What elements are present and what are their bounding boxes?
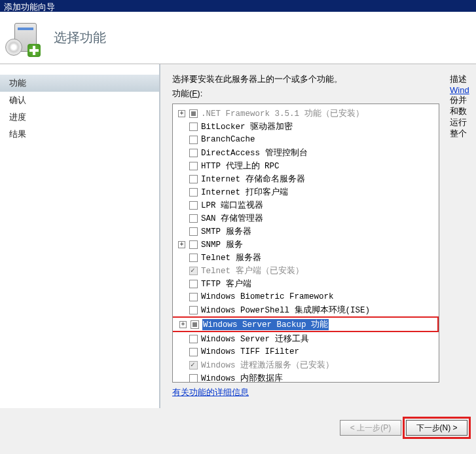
expand-icon[interactable]: + bbox=[178, 110, 185, 117]
wizard-footer: < 上一步(P) 下一步(N) > bbox=[0, 408, 476, 447]
feature-row[interactable]: Internet 打印客户端 bbox=[173, 185, 439, 199]
feature-checkbox[interactable] bbox=[189, 162, 198, 170]
expand-spacer bbox=[178, 202, 185, 209]
feature-label: Telnet 客户端 bbox=[201, 265, 261, 276]
expand-spacer bbox=[178, 149, 185, 157]
feature-row[interactable]: SMTP 服务器 bbox=[173, 225, 439, 238]
expand-spacer bbox=[178, 267, 185, 274]
feature-checkbox[interactable] bbox=[189, 335, 198, 343]
instruction-text: 选择要安装在此服务器上的一个或多个功能。 bbox=[172, 73, 476, 85]
feature-label: LPR 端口监视器 bbox=[201, 200, 263, 211]
feature-status: （已安装） bbox=[261, 265, 304, 276]
feature-row[interactable]: Windows 内部数据库 bbox=[173, 371, 439, 383]
feature-label: Windows Biometric Framework bbox=[201, 292, 334, 301]
page-title: 选择功能 bbox=[54, 29, 106, 47]
feature-checkbox[interactable] bbox=[189, 175, 198, 183]
feature-label: Windows 内部数据库 bbox=[201, 373, 283, 383]
feature-checkbox[interactable] bbox=[189, 280, 198, 288]
feature-checkbox[interactable] bbox=[189, 188, 198, 197]
feature-label: Internet 打印客户端 bbox=[201, 187, 288, 198]
feature-label: HTTP 代理上的 RPC bbox=[201, 161, 280, 172]
description-link[interactable]: Wind bbox=[450, 85, 469, 95]
prev-button[interactable]: < 上一步(P) bbox=[340, 420, 401, 436]
feature-row[interactable]: Windows 进程激活服务 （已安装） bbox=[173, 358, 439, 371]
expand-spacer bbox=[178, 215, 185, 222]
feature-label: Windows PowerShell 集成脚本环境(ISE) bbox=[201, 305, 370, 316]
feature-row[interactable]: Windows PowerShell 集成脚本环境(ISE) bbox=[173, 303, 439, 316]
feature-row[interactable]: BranchCache bbox=[173, 133, 439, 146]
feature-row[interactable]: Telnet 服务器 bbox=[173, 251, 439, 264]
feature-row[interactable]: Telnet 客户端 （已安装） bbox=[173, 264, 439, 277]
next-button-highlight: 下一步(N) > bbox=[403, 417, 471, 439]
feature-label: Windows Server Backup 功能 bbox=[202, 319, 329, 330]
feature-row[interactable]: HTTP 代理上的 RPC bbox=[173, 159, 439, 172]
feature-label: BitLocker 驱动器加密 bbox=[201, 121, 293, 132]
feature-checkbox[interactable] bbox=[189, 240, 198, 249]
feature-row[interactable]: SAN 存储管理器 bbox=[173, 212, 439, 225]
feature-checkbox[interactable] bbox=[189, 123, 198, 131]
feature-row[interactable]: Internet 存储命名服务器 bbox=[173, 172, 439, 185]
feature-checkbox[interactable] bbox=[189, 374, 198, 383]
expand-icon[interactable]: + bbox=[178, 241, 185, 248]
window-titlebar: 添加功能向导 bbox=[0, 0, 476, 12]
feature-row[interactable]: +.NET Framework 3.5.1 功能 （已安装） bbox=[173, 107, 439, 120]
feature-label: Internet 存储命名服务器 bbox=[201, 174, 305, 185]
features-label: 功能(F): bbox=[172, 88, 476, 100]
expand-spacer bbox=[178, 335, 185, 343]
window-title: 添加功能向导 bbox=[4, 2, 55, 12]
feature-label: BranchCache bbox=[201, 135, 255, 144]
feature-row[interactable]: BitLocker 驱动器加密 bbox=[173, 120, 439, 133]
description-panel: 描述 Wind 份并和数运行整个 bbox=[450, 73, 476, 140]
highlighted-feature: +Windows Server Backup 功能 bbox=[172, 316, 439, 332]
feature-checkbox[interactable] bbox=[189, 361, 198, 369]
expand-spacer bbox=[178, 162, 185, 170]
feature-checkbox[interactable] bbox=[189, 227, 198, 236]
sidebar-step[interactable]: 结果 bbox=[0, 126, 159, 143]
expand-spacer bbox=[178, 189, 185, 196]
feature-checkbox[interactable] bbox=[189, 109, 198, 118]
feature-checkbox[interactable] bbox=[189, 306, 198, 314]
feature-label: Windows TIFF IFilter bbox=[201, 347, 299, 356]
feature-checkbox[interactable] bbox=[189, 136, 198, 144]
feature-checkbox[interactable] bbox=[189, 267, 198, 275]
expand-spacer bbox=[178, 136, 185, 143]
features-tree[interactable]: +.NET Framework 3.5.1 功能 （已安装）BitLocker … bbox=[172, 104, 439, 383]
sidebar-step[interactable]: 确认 bbox=[0, 92, 159, 109]
sidebar-step[interactable]: 进度 bbox=[0, 109, 159, 126]
expand-spacer bbox=[178, 349, 185, 356]
description-heading: 描述 bbox=[450, 73, 476, 85]
feature-checkbox[interactable] bbox=[189, 254, 198, 262]
expand-spacer bbox=[178, 254, 185, 261]
feature-row[interactable]: +Windows Server Backup 功能 bbox=[173, 318, 437, 331]
feature-label: TFTP 客户端 bbox=[201, 278, 251, 290]
description-text: 份并和数运行整个 bbox=[450, 95, 476, 140]
feature-row[interactable]: LPR 端口监视器 bbox=[173, 199, 439, 212]
expand-spacer bbox=[178, 280, 185, 288]
more-info-link[interactable]: 有关功能的详细信息 bbox=[172, 387, 249, 398]
feature-status: （已安装） bbox=[291, 360, 334, 371]
feature-checkbox[interactable] bbox=[189, 201, 198, 210]
main-panel: 选择要安装在此服务器上的一个或多个功能。 功能(F): +.NET Framew… bbox=[160, 64, 476, 408]
feature-checkbox[interactable] bbox=[189, 293, 198, 301]
feature-checkbox[interactable] bbox=[189, 214, 198, 223]
feature-label: SNMP 服务 bbox=[201, 239, 243, 250]
expand-spacer bbox=[178, 307, 185, 314]
wizard-steps-sidebar: 功能确认进度结果 bbox=[0, 64, 160, 408]
feature-row[interactable]: Windows Server 迁移工具 bbox=[173, 332, 439, 345]
feature-row[interactable]: Windows Biometric Framework bbox=[173, 290, 439, 303]
expand-icon[interactable]: + bbox=[179, 321, 187, 328]
feature-checkbox[interactable] bbox=[189, 348, 198, 356]
expand-spacer bbox=[178, 123, 185, 130]
feature-checkbox[interactable] bbox=[189, 149, 198, 157]
feature-row[interactable]: TFTP 客户端 bbox=[173, 277, 439, 290]
feature-status: （已安装） bbox=[321, 108, 364, 119]
feature-label: SAN 存储管理器 bbox=[201, 213, 263, 224]
feature-checkbox[interactable] bbox=[191, 320, 199, 329]
next-button[interactable]: 下一步(N) > bbox=[406, 420, 467, 436]
feature-row[interactable]: Windows TIFF IFilter bbox=[173, 345, 439, 358]
feature-row[interactable]: +SNMP 服务 bbox=[173, 238, 439, 251]
expand-spacer bbox=[178, 293, 185, 301]
feature-row[interactable]: DirectAccess 管理控制台 bbox=[173, 146, 439, 159]
sidebar-step[interactable]: 功能 bbox=[0, 75, 159, 92]
expand-spacer bbox=[178, 176, 185, 183]
